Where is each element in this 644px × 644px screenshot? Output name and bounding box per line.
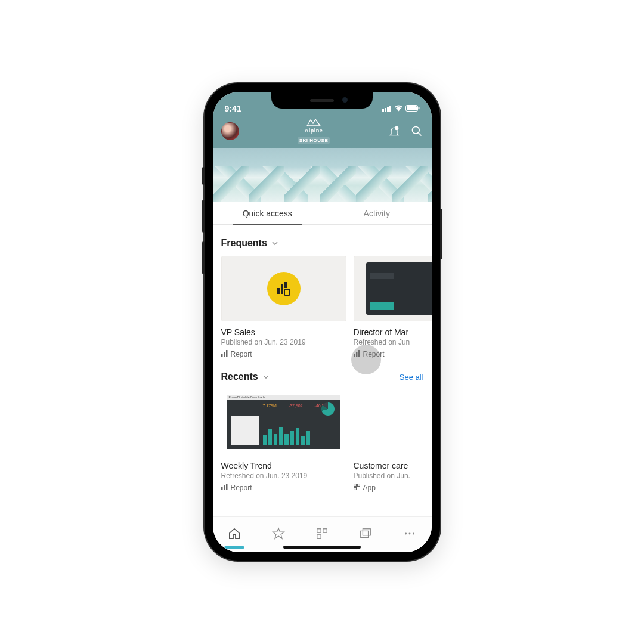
wifi-icon bbox=[394, 104, 403, 113]
brand-logo: Alpine SKI HOUSE bbox=[298, 118, 330, 144]
tabs: Quick access Activity bbox=[213, 202, 432, 225]
card-customer-care[interactable]: MI Customer care Published on Jun. App bbox=[354, 389, 432, 492]
power-button bbox=[440, 209, 442, 259]
card-sub: Published on Jun. 23 2019 bbox=[221, 338, 346, 346]
card-weekly-trend[interactable]: PowerBI Mobile Downloads 7.179M -37,902 … bbox=[221, 389, 346, 492]
card-type-label: Report bbox=[231, 350, 252, 358]
svg-rect-0 bbox=[382, 109, 384, 112]
card-title: Weekly Trend bbox=[221, 461, 346, 470]
svg-rect-28 bbox=[317, 534, 321, 538]
phone-frame: 9:41 Alpine SKI HOUSE bbox=[205, 83, 440, 561]
card-type-label: App bbox=[363, 484, 376, 492]
svg-rect-23 bbox=[354, 484, 356, 487]
svg-point-7 bbox=[395, 127, 398, 130]
recents-label: Recents bbox=[221, 371, 258, 382]
recents-row[interactable]: PowerBI Mobile Downloads 7.179M -37,902 … bbox=[221, 389, 423, 492]
app-icon bbox=[354, 484, 360, 492]
svg-rect-25 bbox=[354, 488, 356, 490]
see-all-link[interactable]: See all bbox=[400, 373, 423, 382]
svg-rect-22 bbox=[226, 484, 228, 490]
svg-rect-20 bbox=[221, 487, 223, 490]
svg-rect-12 bbox=[284, 282, 287, 288]
card-title: Director of Mar bbox=[354, 327, 432, 337]
card-sub: Refreshed on Jun. 23 2019 bbox=[221, 472, 346, 480]
recents-title[interactable]: Recents bbox=[221, 371, 269, 382]
volume-up-button bbox=[202, 200, 205, 233]
svg-rect-5 bbox=[407, 106, 417, 110]
card-thumb bbox=[221, 256, 346, 321]
card-thumb: PowerBI Mobile Downloads 7.179M -37,902 … bbox=[221, 389, 346, 455]
svg-rect-10 bbox=[277, 288, 280, 294]
svg-point-32 bbox=[408, 532, 410, 534]
stat-value: -37,902 bbox=[289, 404, 303, 408]
report-icon bbox=[221, 484, 228, 492]
card-type-label: Report bbox=[231, 484, 252, 492]
card-vp-sales[interactable]: VP Sales Published on Jun. 23 2019 Repor… bbox=[221, 256, 346, 358]
powerbi-icon bbox=[267, 272, 301, 305]
svg-rect-11 bbox=[281, 284, 283, 294]
avatar[interactable] bbox=[221, 122, 239, 140]
status-time: 9:41 bbox=[225, 104, 242, 113]
svg-rect-24 bbox=[357, 484, 360, 487]
card-sub: Published on Jun. bbox=[354, 472, 432, 480]
svg-rect-15 bbox=[224, 352, 225, 357]
card-title: VP Sales bbox=[221, 327, 346, 337]
svg-point-31 bbox=[405, 532, 407, 534]
card-thumb: 0.7 bbox=[354, 256, 432, 321]
brand-line1: Alpine bbox=[298, 128, 330, 134]
notifications-icon[interactable] bbox=[388, 125, 400, 137]
frequents-title[interactable]: Frequents bbox=[221, 238, 278, 249]
card-type: App bbox=[354, 484, 432, 492]
svg-rect-27 bbox=[323, 528, 327, 532]
nav-favorites[interactable] bbox=[272, 527, 285, 543]
volume-down-button bbox=[202, 242, 205, 274]
svg-rect-26 bbox=[317, 528, 321, 532]
touch-indicator bbox=[351, 345, 381, 374]
chevron-down-icon bbox=[272, 240, 278, 247]
search-icon[interactable] bbox=[411, 125, 423, 137]
report-icon bbox=[221, 350, 228, 358]
tab-quick-access[interactable]: Quick access bbox=[213, 202, 323, 224]
svg-rect-13 bbox=[284, 289, 290, 295]
card-title: Customer care bbox=[354, 461, 432, 470]
svg-rect-16 bbox=[226, 350, 228, 357]
nav-home[interactable] bbox=[228, 527, 241, 543]
stat-value: 7.179M bbox=[263, 404, 277, 408]
brand-line2: SKI HOUSE bbox=[298, 137, 330, 144]
nav-more[interactable] bbox=[403, 527, 416, 543]
frequents-label: Frequents bbox=[221, 238, 267, 249]
app-header: Alpine SKI HOUSE bbox=[213, 114, 432, 148]
svg-point-33 bbox=[413, 532, 414, 534]
svg-line-9 bbox=[419, 133, 422, 136]
mute-switch bbox=[202, 167, 205, 185]
thumb-title: PowerBI Mobile Downloads bbox=[227, 395, 340, 400]
svg-rect-30 bbox=[363, 528, 371, 535]
svg-rect-6 bbox=[418, 107, 419, 110]
chevron-down-icon bbox=[263, 373, 269, 380]
svg-rect-2 bbox=[387, 107, 389, 112]
svg-point-8 bbox=[413, 127, 420, 134]
notch bbox=[271, 92, 373, 109]
svg-rect-1 bbox=[385, 108, 386, 112]
svg-rect-21 bbox=[224, 485, 225, 490]
svg-rect-29 bbox=[361, 531, 369, 537]
nav-workspaces[interactable] bbox=[359, 527, 372, 543]
card-type: Report bbox=[221, 484, 346, 492]
nav-apps[interactable] bbox=[315, 527, 329, 543]
svg-rect-3 bbox=[389, 106, 391, 112]
card-type: Report bbox=[221, 350, 346, 358]
content[interactable]: Frequents VP Sales Pu bbox=[213, 225, 432, 552]
screen: 9:41 Alpine SKI HOUSE bbox=[213, 92, 432, 552]
tab-activity[interactable]: Activity bbox=[322, 202, 432, 224]
home-indicator[interactable] bbox=[283, 546, 361, 549]
hero-banner bbox=[213, 148, 432, 202]
svg-rect-14 bbox=[221, 354, 223, 357]
signal-icon bbox=[382, 104, 392, 113]
card-thumb: MI bbox=[354, 389, 432, 455]
mountain-icon bbox=[298, 118, 330, 128]
frequents-row[interactable]: VP Sales Published on Jun. 23 2019 Repor… bbox=[221, 256, 423, 358]
battery-icon bbox=[405, 104, 420, 113]
card-director-marketing[interactable]: 0.7 Director of Mar Refreshed on Jun Rep… bbox=[354, 256, 432, 358]
